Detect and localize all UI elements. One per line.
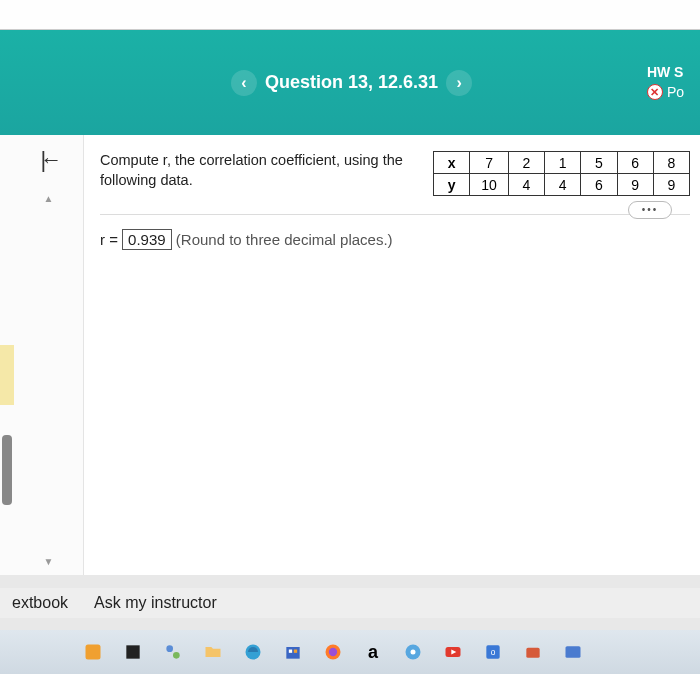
table-cell: 8 xyxy=(653,152,689,174)
highlight-strip xyxy=(0,345,14,405)
table-cell: 4 xyxy=(545,174,581,196)
taskbar-app-icon[interactable]: o xyxy=(480,639,506,665)
textbook-link[interactable]: extbook xyxy=(12,594,68,612)
svg-rect-7 xyxy=(294,650,297,653)
taskbar-app-icon[interactable] xyxy=(120,639,146,665)
question-content: Compute r, the correlation coefficient, … xyxy=(84,135,700,575)
question-prompt: Compute r, the correlation coefficient, … xyxy=(100,151,415,190)
table-cell: 6 xyxy=(617,152,653,174)
question-nav: ‹ Question 13, 12.6.31 › xyxy=(231,70,472,96)
chevron-left-icon: ‹ xyxy=(241,74,246,92)
down-triangle-icon[interactable]: ▼ xyxy=(44,556,54,567)
taskbar-app-icon[interactable] xyxy=(160,639,186,665)
svg-point-9 xyxy=(329,648,337,656)
data-table: x 7 2 1 5 6 8 y 10 4 4 6 9 9 xyxy=(433,151,690,196)
question-title: Question 13, 12.6.31 xyxy=(265,72,438,93)
table-cell: 7 xyxy=(470,152,509,174)
svg-rect-5 xyxy=(286,647,299,659)
hw-score-block: HW S ✕ Po xyxy=(647,63,684,102)
hw-score-line2: Po xyxy=(667,83,684,103)
question-header: ‹ Question 13, 12.6.31 › HW S ✕ Po xyxy=(0,30,700,135)
content-body: |← ▲ ▼ Compute r, the correlation coeffi… xyxy=(0,135,700,575)
svg-point-3 xyxy=(173,652,180,659)
hw-score-line1: HW S xyxy=(647,63,684,83)
taskbar-firefox-icon[interactable] xyxy=(320,639,346,665)
svg-point-11 xyxy=(411,650,416,655)
os-taskbar: a o xyxy=(0,630,700,674)
table-cell: 5 xyxy=(581,152,617,174)
next-question-button[interactable]: › xyxy=(446,70,472,96)
svg-rect-1 xyxy=(126,645,139,658)
taskbar-chrome-icon[interactable] xyxy=(400,639,426,665)
taskbar-app-icon[interactable] xyxy=(520,639,546,665)
chevron-right-icon: › xyxy=(456,74,461,92)
prev-question-button[interactable]: ‹ xyxy=(231,70,257,96)
table-cell: 10 xyxy=(470,174,509,196)
answer-hint: (Round to three decimal places.) xyxy=(176,231,393,248)
taskbar-folder-icon[interactable] xyxy=(200,639,226,665)
footer-links: extbook Ask my instructor xyxy=(0,588,700,618)
taskbar-youtube-icon[interactable] xyxy=(440,639,466,665)
taskbar-store-icon[interactable] xyxy=(280,639,306,665)
taskbar-app-icon[interactable] xyxy=(560,639,586,665)
svg-text:o: o xyxy=(491,647,496,657)
answer-line: r = 0.939 (Round to three decimal places… xyxy=(100,229,690,250)
table-cell: 9 xyxy=(653,174,689,196)
table-cell: 4 xyxy=(508,174,544,196)
svg-rect-15 xyxy=(526,648,539,658)
left-gutter xyxy=(0,135,14,575)
side-column: |← ▲ ▼ xyxy=(14,135,84,575)
taskbar-edge-icon[interactable] xyxy=(240,639,266,665)
table-cell: 6 xyxy=(581,174,617,196)
up-triangle-icon[interactable]: ▲ xyxy=(44,193,54,204)
ask-instructor-link[interactable]: Ask my instructor xyxy=(94,594,217,612)
scroll-thumb[interactable] xyxy=(2,435,12,505)
taskbar-text-icon[interactable]: a xyxy=(360,639,386,665)
svg-rect-6 xyxy=(289,650,292,653)
close-circle-icon: ✕ xyxy=(647,84,663,100)
taskbar-app-icon[interactable] xyxy=(80,639,106,665)
table-cell: 9 xyxy=(617,174,653,196)
svg-rect-16 xyxy=(566,646,581,658)
svg-point-2 xyxy=(166,645,173,652)
window-top-strip xyxy=(0,0,700,30)
table-row-x-label: x xyxy=(434,152,470,174)
table-cell: 2 xyxy=(508,152,544,174)
svg-rect-0 xyxy=(86,645,101,660)
answer-prefix: r = xyxy=(100,231,118,248)
more-options-button[interactable]: ••• xyxy=(628,201,672,219)
back-to-start-icon[interactable]: |← xyxy=(41,147,57,173)
table-cell: 1 xyxy=(545,152,581,174)
divider xyxy=(100,214,690,215)
table-row-y-label: y xyxy=(434,174,470,196)
answer-input[interactable]: 0.939 xyxy=(122,229,172,250)
